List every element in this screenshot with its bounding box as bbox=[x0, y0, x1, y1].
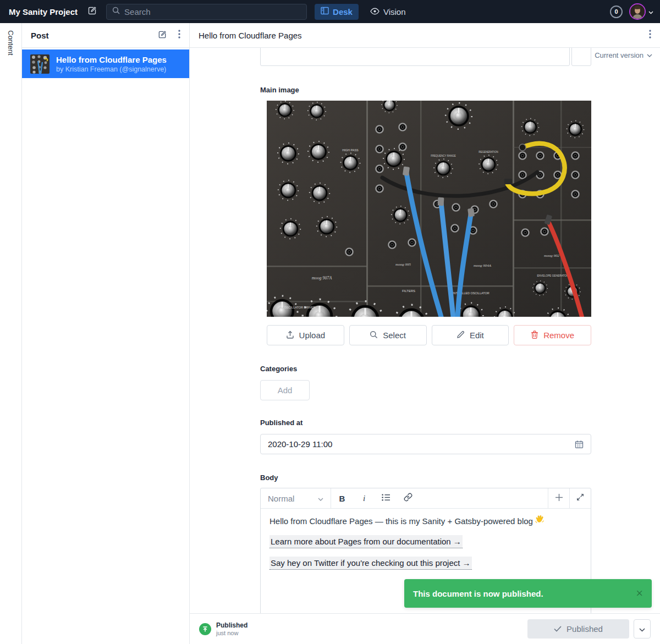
svg-text:FILTERS: FILTERS bbox=[402, 289, 415, 293]
upload-button-label: Upload bbox=[299, 331, 326, 340]
remove-button-label: Remove bbox=[543, 331, 574, 340]
editor-content[interactable]: Hello from Cloudflare Pages — this is my… bbox=[261, 509, 591, 585]
fullscreen-button[interactable] bbox=[569, 488, 591, 508]
main-image-label: Main image bbox=[260, 86, 591, 94]
publish-status-text: Published just now bbox=[216, 621, 248, 636]
edit-button-label: Edit bbox=[470, 331, 484, 340]
add-category-button[interactable]: Add bbox=[260, 380, 310, 400]
slug-input[interactable] bbox=[260, 48, 570, 66]
italic-icon: i bbox=[363, 494, 365, 503]
publish-button-label: Published bbox=[566, 624, 603, 634]
published-at-field[interactable] bbox=[260, 434, 591, 454]
document-footer: Published just now Published bbox=[190, 613, 660, 644]
svg-text:FREQUENCY RANGE: FREQUENCY RANGE bbox=[431, 155, 455, 157]
global-search[interactable] bbox=[106, 4, 307, 20]
user-menu[interactable] bbox=[629, 3, 653, 20]
bold-button[interactable]: B bbox=[331, 488, 353, 508]
svg-text:OSCILLATOR DRIVER: OSCILLATOR DRIVER bbox=[284, 306, 316, 309]
top-bar: My Sanity Project Desk Vision 0 bbox=[0, 0, 660, 23]
svg-text:REGENERATION: REGENERATION bbox=[479, 151, 498, 153]
svg-text:ENVELOPE GENERATOR: ENVELOPE GENERATOR bbox=[537, 274, 569, 277]
twitter-link[interactable]: Say hey on Twitter if you're checking ou… bbox=[270, 557, 472, 570]
tab-desk-label: Desk bbox=[333, 7, 353, 16]
remove-button[interactable]: Remove bbox=[514, 325, 591, 345]
bullet-list-button[interactable] bbox=[375, 488, 397, 508]
pencil-icon bbox=[457, 331, 465, 340]
presence-count-badge[interactable]: 0 bbox=[610, 5, 623, 18]
add-category-label: Add bbox=[278, 386, 293, 395]
tab-vision[interactable]: Vision bbox=[364, 4, 412, 20]
svg-text:moog 995: moog 995 bbox=[395, 262, 411, 267]
post-panel-header: Post bbox=[22, 23, 189, 48]
create-post-button[interactable] bbox=[158, 30, 167, 41]
publish-status-icon bbox=[199, 623, 211, 635]
document-menu-button[interactable] bbox=[649, 30, 651, 41]
insert-block-button[interactable] bbox=[548, 488, 569, 508]
image-actions: Upload Select Edit bbox=[267, 325, 591, 345]
select-button-label: Select bbox=[383, 331, 406, 340]
slug-generate-button[interactable] bbox=[571, 48, 591, 66]
publish-status: Published bbox=[216, 621, 248, 629]
desk-icon bbox=[321, 7, 329, 16]
toast-close-icon[interactable]: × bbox=[636, 587, 643, 599]
content-rail-label: Content bbox=[7, 30, 15, 56]
wave-emoji-icon bbox=[535, 515, 544, 527]
search-input[interactable] bbox=[124, 7, 301, 16]
published-at-label: Published at bbox=[260, 419, 591, 427]
kebab-menu-icon bbox=[649, 30, 651, 41]
post-thumbnail bbox=[30, 54, 50, 74]
publish-menu-button[interactable] bbox=[634, 619, 651, 639]
document-header: Hello from Cloudflare Pages bbox=[190, 23, 660, 48]
editor-toolbar: Normal B i bbox=[261, 488, 591, 509]
svg-text:moog 902: moog 902 bbox=[544, 254, 559, 258]
content-rail[interactable]: Content bbox=[0, 23, 22, 644]
text-style-select[interactable]: Normal bbox=[261, 488, 331, 508]
expand-icon bbox=[576, 493, 584, 503]
search-icon bbox=[370, 331, 378, 340]
body-paragraph: Hello from Cloudflare Pages — this is my… bbox=[270, 515, 582, 527]
document-fields: Main image bbox=[260, 48, 591, 613]
trash-icon bbox=[531, 331, 538, 340]
version-label: Current version bbox=[595, 51, 644, 59]
search-icon bbox=[112, 7, 120, 16]
upload-icon bbox=[286, 331, 294, 340]
svg-text:moog 904A: moog 904A bbox=[474, 263, 492, 268]
document-scroll-area[interactable]: Current version Main image bbox=[190, 48, 660, 613]
post-panel-title: Post bbox=[31, 31, 49, 40]
published-at-input[interactable] bbox=[268, 439, 575, 449]
kebab-menu-icon bbox=[178, 30, 180, 41]
post-item-subtitle: by Kristian Freeman (@signalnerve) bbox=[56, 65, 167, 73]
new-document-button[interactable] bbox=[87, 5, 97, 18]
svg-text:CONTROLLED OSCILLATOR: CONTROLLED OSCILLATOR bbox=[449, 291, 489, 295]
main-image-preview[interactable]: HIGH PASS FREQUENCY RANGE REGENERATION m… bbox=[267, 101, 591, 317]
slug-field-row bbox=[260, 48, 591, 66]
project-title: My Sanity Project bbox=[9, 7, 78, 16]
chevron-down-icon bbox=[648, 7, 653, 16]
calendar-icon[interactable] bbox=[575, 440, 584, 449]
categories-label: Categories bbox=[260, 365, 591, 373]
body-link-line: Say hey on Twitter if you're checking ou… bbox=[270, 557, 582, 570]
version-selector[interactable]: Current version bbox=[595, 51, 652, 59]
documentation-link[interactable]: Learn more about Pages from our document… bbox=[270, 535, 463, 548]
check-icon bbox=[554, 624, 562, 634]
chevron-down-icon bbox=[639, 624, 645, 634]
link-icon bbox=[404, 493, 413, 504]
toast-message: This document is now published. bbox=[413, 589, 543, 598]
publish-time: just now bbox=[216, 630, 248, 636]
publish-toast: This document is now published. × bbox=[404, 579, 652, 608]
select-button[interactable]: Select bbox=[349, 325, 427, 345]
tab-desk[interactable]: Desk bbox=[315, 4, 359, 20]
link-button[interactable] bbox=[397, 488, 419, 508]
body-link-line: Learn more about Pages from our document… bbox=[270, 535, 582, 548]
italic-button[interactable]: i bbox=[353, 488, 375, 508]
bold-icon: B bbox=[339, 494, 345, 503]
upload-button[interactable]: Upload bbox=[267, 325, 344, 345]
document-title: Hello from Cloudflare Pages bbox=[199, 31, 302, 40]
text-style-value: Normal bbox=[268, 494, 294, 503]
edit-button[interactable]: Edit bbox=[432, 325, 509, 345]
list-item[interactable]: Hello from Cloudflare Pages by Kristian … bbox=[22, 49, 189, 78]
tab-vision-label: Vision bbox=[383, 7, 406, 16]
publish-button[interactable]: Published bbox=[527, 619, 629, 639]
body-paragraph-text: Hello from Cloudflare Pages — this is my… bbox=[270, 515, 533, 527]
post-panel-menu-button[interactable] bbox=[178, 30, 180, 41]
